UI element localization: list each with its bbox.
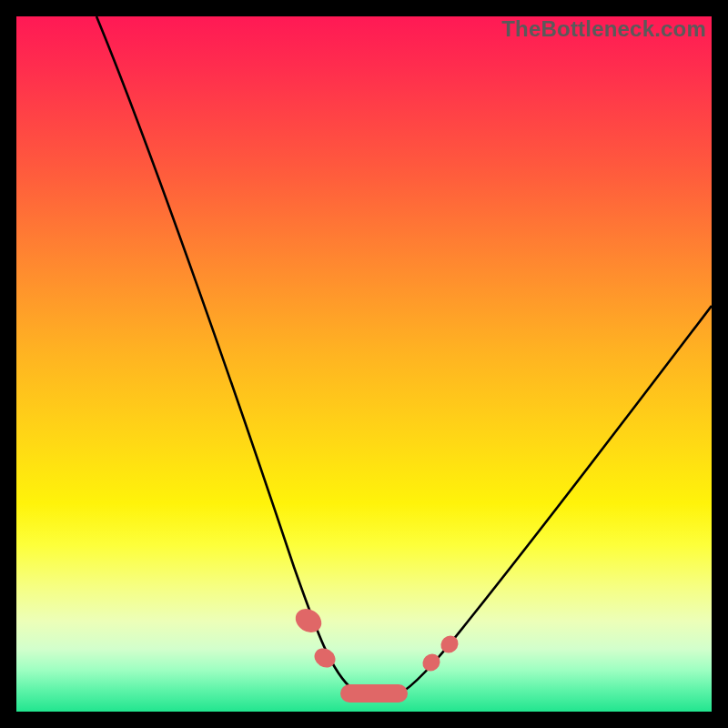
curve-path <box>96 16 712 698</box>
curve-layer <box>16 16 712 712</box>
plot-area: TheBottleneck.com <box>16 16 712 712</box>
outer-frame: TheBottleneck.com <box>0 0 728 728</box>
marker-valley-pill <box>340 684 408 703</box>
watermark-text: TheBottleneck.com <box>501 16 706 42</box>
highlight-markers <box>291 604 462 703</box>
bottleneck-curve <box>96 16 712 698</box>
